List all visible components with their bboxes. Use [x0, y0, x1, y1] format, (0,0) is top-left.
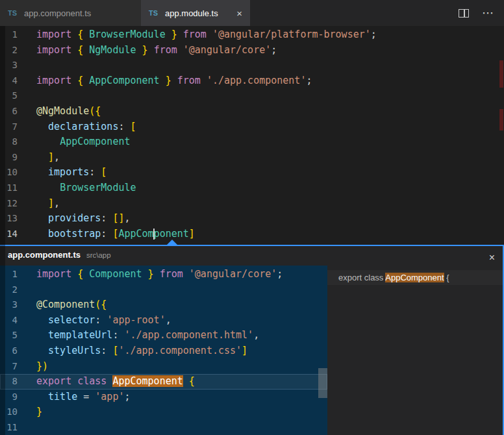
code-line-3[interactable]: 3 [0, 58, 504, 73]
code-line-11[interactable]: 11 [0, 420, 327, 435]
line-number: 4 [0, 73, 36, 89]
code-line-6[interactable]: 6@NgModule({ [0, 104, 504, 119]
line-number: 7 [0, 119, 36, 135]
peek-code-area: 1import { Component } from '@angular/cor… [0, 267, 327, 435]
overview-ruler-mark [499, 109, 503, 130]
typescript-file-icon: TS [8, 9, 19, 17]
more-actions-icon[interactable]: ⋯ [482, 7, 494, 19]
split-editor-icon[interactable] [459, 9, 469, 18]
editor-actions: ⋯ [459, 0, 504, 26]
line-number: 11 [0, 180, 36, 196]
line-number: 13 [0, 211, 36, 227]
code-line-9[interactable]: 9 title = 'app'; [0, 390, 327, 405]
code-line-10[interactable]: 10} [0, 404, 327, 420]
code-line-5[interactable]: 5 templateUrl: './app.component.html', [0, 328, 327, 343]
code-line-8[interactable]: 8 AppComponent [0, 134, 504, 150]
code-line-4[interactable]: 4 selector: 'app-root', [0, 313, 327, 329]
line-number: 11 [0, 420, 36, 435]
peek-definition-widget: app.component.ts src\app × 1import { Com… [0, 245, 504, 435]
tab-app-component-ts[interactable]: TS app.component.ts [0, 0, 141, 26]
code-line-3[interactable]: 3@Component({ [0, 297, 327, 313]
code-line-10[interactable]: 10 imports: [ [0, 165, 504, 180]
peek-scrollbar-slider[interactable] [318, 368, 327, 398]
tab-app-module-ts[interactable]: TS app.module.ts × [141, 0, 250, 26]
tab-bar: TS app.component.ts TS app.module.ts × ⋯ [0, 0, 504, 26]
line-number: 14 [0, 227, 36, 242]
code-line-7[interactable]: 7}) [0, 359, 327, 375]
code-line-8[interactable]: 8export class AppComponent { [0, 374, 327, 390]
peek-description: src\app [86, 251, 111, 259]
peek-result-item[interactable]: export class AppComponent { [327, 270, 503, 285]
line-number: 6 [0, 343, 36, 359]
typescript-file-icon: TS [149, 9, 160, 17]
line-number: 1 [0, 267, 36, 282]
line-number: 1 [0, 27, 36, 43]
peek-anchor-arrow-icon [167, 240, 177, 245]
line-number: 2 [0, 43, 36, 58]
peek-editor[interactable]: 1import { Component } from '@angular/cor… [0, 266, 327, 435]
line-number: 6 [0, 104, 36, 119]
code-line-11[interactable]: 11 BrowserModule [0, 180, 504, 196]
code-line-4[interactable]: 4import { AppComponent } from './app.com… [0, 73, 504, 89]
line-number: 8 [0, 374, 36, 390]
code-line-9[interactable]: 9 ], [0, 150, 504, 166]
line-number: 3 [0, 297, 36, 313]
code-line-5[interactable]: 5 [0, 88, 504, 104]
line-number: 9 [0, 150, 36, 166]
code-line-2[interactable]: 2 [0, 282, 327, 298]
line-number: 8 [0, 134, 36, 150]
peek-header: app.component.ts src\app × [0, 246, 503, 266]
editor-app-module[interactable]: 1import { BrowserModule } from '@angular… [0, 26, 504, 245]
code-line-6[interactable]: 6 styleUrls: ['./app.component.css'] [0, 343, 327, 359]
line-number: 3 [0, 58, 36, 73]
line-number: 7 [0, 359, 36, 375]
code-line-13[interactable]: 13 providers: [], [0, 211, 504, 227]
tab-label: app.module.ts [165, 8, 218, 18]
tab-label: app.component.ts [24, 8, 91, 18]
code-line-1[interactable]: 1import { BrowserModule } from '@angular… [0, 27, 504, 43]
code-area: 1import { BrowserModule } from '@angular… [0, 27, 504, 242]
line-number: 5 [0, 328, 36, 343]
peek-body: 1import { Component } from '@angular/cor… [0, 266, 503, 435]
vscode-window: TS app.component.ts TS app.module.ts × ⋯… [0, 0, 504, 435]
code-line-12[interactable]: 12 ], [0, 196, 504, 212]
line-number: 10 [0, 165, 36, 180]
close-tab-icon[interactable]: × [236, 8, 242, 18]
line-number: 12 [0, 196, 36, 212]
line-number: 9 [0, 390, 36, 405]
line-number: 4 [0, 313, 36, 329]
line-number: 5 [0, 88, 36, 104]
overview-ruler-mark [499, 60, 503, 88]
code-line-2[interactable]: 2import { NgModule } from '@angular/core… [0, 43, 504, 58]
code-line-7[interactable]: 7 declarations: [ [0, 119, 504, 135]
peek-title: app.component.ts [8, 250, 81, 260]
peek-close-icon[interactable]: × [489, 253, 495, 263]
line-number: 2 [0, 282, 36, 298]
code-line-14[interactable]: 14 bootstrap: [AppComponent] [0, 227, 504, 242]
peek-references-list: export class AppComponent { [327, 266, 503, 435]
line-number: 10 [0, 404, 36, 420]
code-line-1[interactable]: 1import { Component } from '@angular/cor… [0, 267, 327, 282]
